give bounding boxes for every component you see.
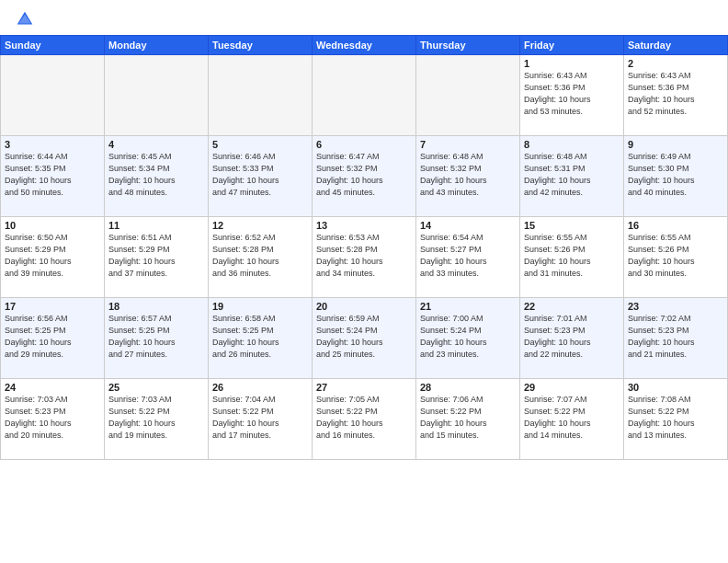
calendar-day-cell: 26Sunrise: 7:04 AM Sunset: 5:22 PM Dayli… bbox=[209, 379, 313, 460]
weekday-header-row: SundayMondayTuesdayWednesdayThursdayFrid… bbox=[1, 36, 728, 55]
calendar-day-cell: 18Sunrise: 6:57 AM Sunset: 5:25 PM Dayli… bbox=[105, 298, 209, 379]
calendar-day-cell: 9Sunrise: 6:49 AM Sunset: 5:30 PM Daylig… bbox=[624, 136, 728, 217]
calendar-table: SundayMondayTuesdayWednesdayThursdayFrid… bbox=[0, 35, 728, 460]
day-number: 12 bbox=[212, 220, 308, 231]
day-number: 29 bbox=[524, 382, 620, 393]
day-info: Sunrise: 6:43 AM Sunset: 5:36 PM Dayligh… bbox=[628, 70, 723, 118]
calendar-day-cell: 2Sunrise: 6:43 AM Sunset: 5:36 PM Daylig… bbox=[624, 55, 728, 136]
calendar-day-cell: 19Sunrise: 6:58 AM Sunset: 5:25 PM Dayli… bbox=[209, 298, 313, 379]
day-number: 10 bbox=[5, 220, 100, 231]
day-number: 8 bbox=[524, 139, 620, 150]
day-number: 23 bbox=[628, 301, 723, 312]
calendar-day-cell: 21Sunrise: 7:00 AM Sunset: 5:24 PM Dayli… bbox=[416, 298, 520, 379]
day-info: Sunrise: 6:55 AM Sunset: 5:26 PM Dayligh… bbox=[628, 232, 723, 280]
calendar-day-cell: 24Sunrise: 7:03 AM Sunset: 5:23 PM Dayli… bbox=[1, 379, 105, 460]
day-info: Sunrise: 7:03 AM Sunset: 5:23 PM Dayligh… bbox=[5, 394, 100, 442]
day-info: Sunrise: 7:05 AM Sunset: 5:22 PM Dayligh… bbox=[316, 394, 412, 442]
day-info: Sunrise: 6:49 AM Sunset: 5:30 PM Dayligh… bbox=[628, 151, 723, 199]
day-info: Sunrise: 6:59 AM Sunset: 5:24 PM Dayligh… bbox=[316, 313, 412, 361]
calendar-day-cell: 30Sunrise: 7:08 AM Sunset: 5:22 PM Dayli… bbox=[624, 379, 728, 460]
day-number: 24 bbox=[5, 382, 100, 393]
day-number: 17 bbox=[5, 301, 100, 312]
calendar-day-cell: 5Sunrise: 6:46 AM Sunset: 5:33 PM Daylig… bbox=[209, 136, 313, 217]
weekday-header-saturday: Saturday bbox=[624, 36, 728, 55]
day-number: 2 bbox=[628, 58, 723, 69]
day-info: Sunrise: 6:55 AM Sunset: 5:26 PM Dayligh… bbox=[524, 232, 620, 280]
day-info: Sunrise: 6:48 AM Sunset: 5:32 PM Dayligh… bbox=[420, 151, 516, 199]
calendar-day-cell: 7Sunrise: 6:48 AM Sunset: 5:32 PM Daylig… bbox=[416, 136, 520, 217]
calendar-day-cell: 11Sunrise: 6:51 AM Sunset: 5:29 PM Dayli… bbox=[105, 217, 209, 298]
weekday-header-monday: Monday bbox=[105, 36, 209, 55]
calendar-day-cell: 23Sunrise: 7:02 AM Sunset: 5:23 PM Dayli… bbox=[624, 298, 728, 379]
day-info: Sunrise: 6:53 AM Sunset: 5:28 PM Dayligh… bbox=[316, 232, 412, 280]
day-number: 6 bbox=[316, 139, 412, 150]
day-number: 1 bbox=[524, 58, 620, 69]
day-number: 22 bbox=[524, 301, 620, 312]
day-number: 26 bbox=[212, 382, 308, 393]
calendar-day-cell: 3Sunrise: 6:44 AM Sunset: 5:35 PM Daylig… bbox=[1, 136, 105, 217]
calendar-day-cell bbox=[209, 55, 313, 136]
day-number: 21 bbox=[420, 301, 516, 312]
calendar-day-cell bbox=[1, 55, 105, 136]
day-number: 15 bbox=[524, 220, 620, 231]
day-number: 30 bbox=[628, 382, 723, 393]
day-info: Sunrise: 6:56 AM Sunset: 5:25 PM Dayligh… bbox=[5, 313, 100, 361]
day-number: 3 bbox=[5, 139, 100, 150]
calendar-day-cell: 20Sunrise: 6:59 AM Sunset: 5:24 PM Dayli… bbox=[313, 298, 416, 379]
calendar-day-cell: 12Sunrise: 6:52 AM Sunset: 5:28 PM Dayli… bbox=[209, 217, 313, 298]
weekday-header-wednesday: Wednesday bbox=[313, 36, 416, 55]
calendar-week-row: 24Sunrise: 7:03 AM Sunset: 5:23 PM Dayli… bbox=[1, 379, 728, 460]
calendar-day-cell: 15Sunrise: 6:55 AM Sunset: 5:26 PM Dayli… bbox=[520, 217, 624, 298]
day-info: Sunrise: 6:51 AM Sunset: 5:29 PM Dayligh… bbox=[108, 232, 204, 280]
day-info: Sunrise: 6:44 AM Sunset: 5:35 PM Dayligh… bbox=[5, 151, 100, 199]
day-number: 5 bbox=[212, 139, 308, 150]
day-info: Sunrise: 6:57 AM Sunset: 5:25 PM Dayligh… bbox=[108, 313, 204, 361]
day-number: 14 bbox=[420, 220, 516, 231]
day-number: 16 bbox=[628, 220, 723, 231]
day-number: 13 bbox=[316, 220, 412, 231]
calendar-day-cell bbox=[416, 55, 520, 136]
calendar-day-cell: 10Sunrise: 6:50 AM Sunset: 5:29 PM Dayli… bbox=[1, 217, 105, 298]
calendar-day-cell: 22Sunrise: 7:01 AM Sunset: 5:23 PM Dayli… bbox=[520, 298, 624, 379]
calendar-day-cell: 14Sunrise: 6:54 AM Sunset: 5:27 PM Dayli… bbox=[416, 217, 520, 298]
day-info: Sunrise: 7:06 AM Sunset: 5:22 PM Dayligh… bbox=[420, 394, 516, 442]
calendar-day-cell: 6Sunrise: 6:47 AM Sunset: 5:32 PM Daylig… bbox=[313, 136, 416, 217]
day-info: Sunrise: 6:54 AM Sunset: 5:27 PM Dayligh… bbox=[420, 232, 516, 280]
day-number: 27 bbox=[316, 382, 412, 393]
day-info: Sunrise: 6:43 AM Sunset: 5:36 PM Dayligh… bbox=[524, 70, 620, 118]
day-info: Sunrise: 7:00 AM Sunset: 5:24 PM Dayligh… bbox=[420, 313, 516, 361]
calendar-week-row: 10Sunrise: 6:50 AM Sunset: 5:29 PM Dayli… bbox=[1, 217, 728, 298]
day-info: Sunrise: 7:07 AM Sunset: 5:22 PM Dayligh… bbox=[524, 394, 620, 442]
day-number: 18 bbox=[108, 301, 204, 312]
day-info: Sunrise: 6:58 AM Sunset: 5:25 PM Dayligh… bbox=[212, 313, 308, 361]
day-info: Sunrise: 6:48 AM Sunset: 5:31 PM Dayligh… bbox=[524, 151, 620, 199]
day-info: Sunrise: 6:50 AM Sunset: 5:29 PM Dayligh… bbox=[5, 232, 100, 280]
day-info: Sunrise: 6:45 AM Sunset: 5:34 PM Dayligh… bbox=[108, 151, 204, 199]
calendar-day-cell: 27Sunrise: 7:05 AM Sunset: 5:22 PM Dayli… bbox=[313, 379, 416, 460]
calendar-week-row: 3Sunrise: 6:44 AM Sunset: 5:35 PM Daylig… bbox=[1, 136, 728, 217]
day-info: Sunrise: 6:52 AM Sunset: 5:28 PM Dayligh… bbox=[212, 232, 308, 280]
day-info: Sunrise: 7:03 AM Sunset: 5:22 PM Dayligh… bbox=[108, 394, 204, 442]
day-info: Sunrise: 7:02 AM Sunset: 5:23 PM Dayligh… bbox=[628, 313, 723, 361]
calendar-week-row: 1Sunrise: 6:43 AM Sunset: 5:36 PM Daylig… bbox=[1, 55, 728, 136]
day-info: Sunrise: 7:01 AM Sunset: 5:23 PM Dayligh… bbox=[524, 313, 620, 361]
calendar-day-cell: 1Sunrise: 6:43 AM Sunset: 5:36 PM Daylig… bbox=[520, 55, 624, 136]
weekday-header-sunday: Sunday bbox=[1, 36, 105, 55]
weekday-header-tuesday: Tuesday bbox=[209, 36, 313, 55]
day-number: 20 bbox=[316, 301, 412, 312]
calendar-day-cell: 17Sunrise: 6:56 AM Sunset: 5:25 PM Dayli… bbox=[1, 298, 105, 379]
calendar-day-cell: 29Sunrise: 7:07 AM Sunset: 5:22 PM Dayli… bbox=[520, 379, 624, 460]
calendar-week-row: 17Sunrise: 6:56 AM Sunset: 5:25 PM Dayli… bbox=[1, 298, 728, 379]
day-info: Sunrise: 6:46 AM Sunset: 5:33 PM Dayligh… bbox=[212, 151, 308, 199]
calendar-day-cell: 8Sunrise: 6:48 AM Sunset: 5:31 PM Daylig… bbox=[520, 136, 624, 217]
calendar-day-cell bbox=[313, 55, 416, 136]
calendar-day-cell: 25Sunrise: 7:03 AM Sunset: 5:22 PM Dayli… bbox=[105, 379, 209, 460]
logo bbox=[15, 9, 39, 29]
day-info: Sunrise: 7:04 AM Sunset: 5:22 PM Dayligh… bbox=[212, 394, 308, 442]
day-number: 11 bbox=[108, 220, 204, 231]
logo-icon bbox=[15, 9, 35, 29]
page-header bbox=[0, 0, 728, 35]
day-number: 25 bbox=[108, 382, 204, 393]
calendar-day-cell: 16Sunrise: 6:55 AM Sunset: 5:26 PM Dayli… bbox=[624, 217, 728, 298]
day-number: 19 bbox=[212, 301, 308, 312]
